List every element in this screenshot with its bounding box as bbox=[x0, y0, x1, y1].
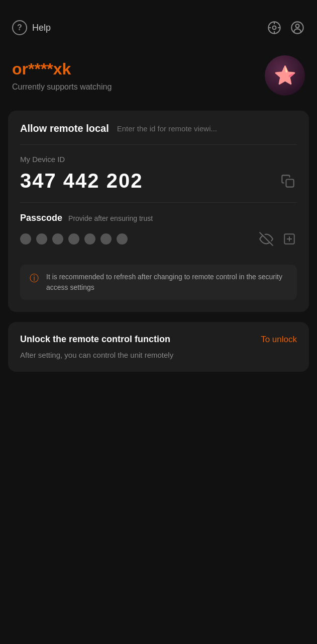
passcode-dot-7 bbox=[117, 233, 128, 245]
profile-status: Currently supports watching bbox=[12, 83, 112, 92]
user-circle-icon[interactable] bbox=[290, 20, 305, 35]
header: ? Help bbox=[0, 0, 317, 45]
passcode-row bbox=[20, 231, 297, 247]
profile-username: or****xk bbox=[12, 60, 112, 78]
passcode-dots bbox=[20, 233, 128, 245]
allow-remote-label: Allow remote local bbox=[20, 123, 109, 134]
passcode-header: Passcode Provide after ensuring trust bbox=[20, 213, 297, 223]
svg-point-0 bbox=[273, 26, 276, 30]
question-circle-icon[interactable]: ? bbox=[12, 20, 27, 35]
svg-point-6 bbox=[296, 24, 299, 28]
passcode-section: Passcode Provide after ensuring trust bbox=[20, 213, 297, 257]
device-id-number: 347 442 202 bbox=[20, 170, 143, 192]
unlock-top-row: Unlock the remote control function To un… bbox=[20, 334, 297, 345]
svg-rect-7 bbox=[286, 179, 294, 187]
info-banner-text: It is recommended to refresh after chang… bbox=[46, 272, 289, 293]
device-id-label: My Device ID bbox=[20, 155, 297, 164]
passcode-hint: Provide after ensuring trust bbox=[68, 214, 153, 222]
profile-info: or****xk Currently supports watching bbox=[12, 60, 112, 92]
profile-section: or****xk Currently supports watching bbox=[0, 45, 317, 111]
main-card: Allow remote local My Device ID 347 442 … bbox=[8, 111, 309, 312]
info-circle-icon: ⓘ bbox=[28, 272, 40, 284]
device-id-section: My Device ID 347 442 202 bbox=[20, 155, 297, 203]
passcode-dot-6 bbox=[100, 233, 112, 245]
to-unlock-link[interactable]: To unlock bbox=[261, 335, 297, 345]
edit-icon[interactable] bbox=[282, 231, 297, 247]
help-label[interactable]: Help bbox=[32, 23, 51, 33]
device-id-row: 347 442 202 bbox=[20, 170, 297, 192]
eye-hide-icon[interactable] bbox=[259, 231, 274, 247]
info-banner: ⓘ It is recommended to refresh after cha… bbox=[20, 265, 297, 300]
passcode-actions bbox=[259, 231, 297, 247]
copy-icon[interactable] bbox=[279, 172, 297, 190]
unlock-card: Unlock the remote control function To un… bbox=[8, 322, 309, 372]
header-right bbox=[267, 20, 305, 35]
passcode-dot-1 bbox=[20, 233, 31, 245]
avatar[interactable] bbox=[265, 55, 305, 96]
passcode-dot-4 bbox=[68, 233, 79, 245]
passcode-dot-5 bbox=[84, 233, 95, 245]
allow-remote-row: Allow remote local bbox=[20, 123, 297, 145]
remote-id-input[interactable] bbox=[117, 124, 297, 133]
unlock-title: Unlock the remote control function bbox=[20, 334, 170, 345]
passcode-dot-2 bbox=[36, 233, 47, 245]
passcode-dot-3 bbox=[52, 233, 63, 245]
header-left: ? Help bbox=[12, 20, 51, 35]
passcode-label: Passcode bbox=[20, 213, 62, 223]
unlock-description: After setting, you can control the unit … bbox=[20, 351, 173, 359]
settings-gear-icon[interactable] bbox=[267, 20, 282, 35]
